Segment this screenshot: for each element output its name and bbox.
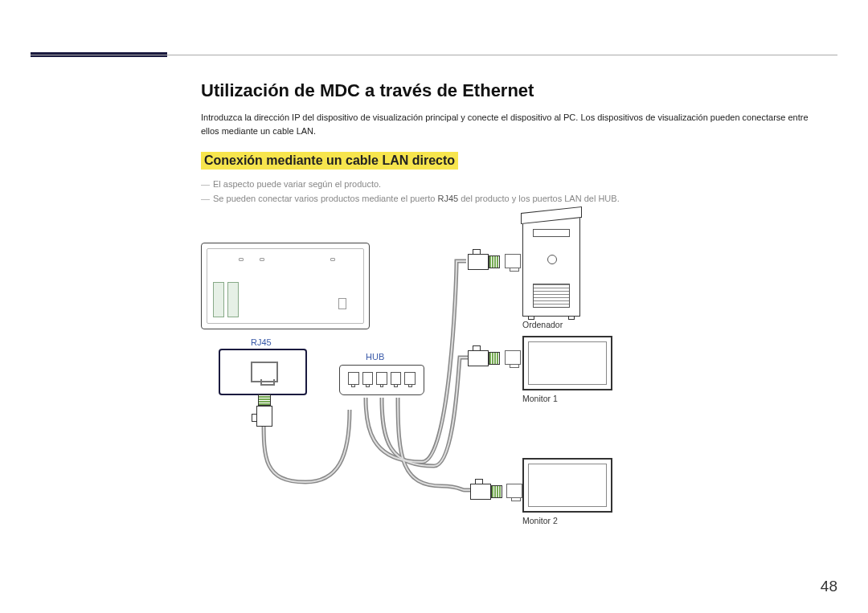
note-2-keyword: RJ45: [437, 194, 458, 203]
connection-diagram: RJ45 HUB: [201, 217, 812, 554]
note-1: ―El aspecto puede variar según el produc…: [201, 178, 836, 192]
hub-port: [404, 372, 416, 385]
panel-port-c: [330, 258, 335, 261]
display-back-panel: [201, 243, 370, 329]
note-2: ―Se pueden conectar varios productos med…: [201, 192, 836, 206]
monitor-1: [522, 336, 612, 390]
panel-port-a: [239, 258, 244, 261]
page-number: 48: [821, 578, 837, 595]
rj45-plug-main: [253, 393, 276, 427]
page-title: Utilización de MDC a través de Ethernet: [201, 80, 836, 101]
monitor2-lan-port: [506, 484, 522, 498]
hub-device: [339, 365, 424, 395]
note-2-post: del producto y los puertos LAN del HUB.: [458, 194, 620, 203]
hub-port: [376, 372, 387, 385]
page-content: Utilización de MDC a través de Ethernet …: [201, 80, 836, 554]
monitor1-lan-port: [505, 350, 521, 365]
panel-port-b: [260, 258, 264, 261]
note-2-pre: Se pueden conectar varios productos medi…: [213, 194, 437, 203]
monitor-2: [522, 458, 612, 513]
rj45-label: RJ45: [251, 337, 272, 347]
notes-block: ―El aspecto puede variar según el produc…: [201, 178, 836, 206]
hub-label: HUB: [366, 352, 384, 362]
panel-button: [338, 298, 346, 309]
top-rule: [31, 55, 837, 55]
intro-paragraph: Introduzca la dirección IP del dispositi…: [201, 111, 828, 137]
hub-port: [348, 372, 359, 385]
computer-lan-port: [505, 254, 521, 268]
rj45-port-icon: [251, 362, 278, 382]
hub-port: [362, 372, 374, 385]
sub-heading: Conexión mediante un cable LAN directo: [201, 152, 458, 170]
plug-to-computer: [468, 251, 502, 273]
computer-tower: [522, 217, 580, 317]
monitor2-label: Monitor 2: [522, 516, 558, 525]
computer-label: Ordenador: [522, 320, 563, 329]
rj45-closeup: [219, 349, 307, 395]
plug-to-monitor2: [470, 480, 504, 503]
note-1-text: El aspecto puede variar según el product…: [213, 179, 381, 189]
panel-slot-2: [227, 282, 239, 317]
hub-port: [391, 372, 402, 385]
monitor1-label: Monitor 1: [522, 394, 558, 403]
plug-to-monitor1: [468, 347, 502, 370]
panel-slot-1: [213, 282, 224, 317]
